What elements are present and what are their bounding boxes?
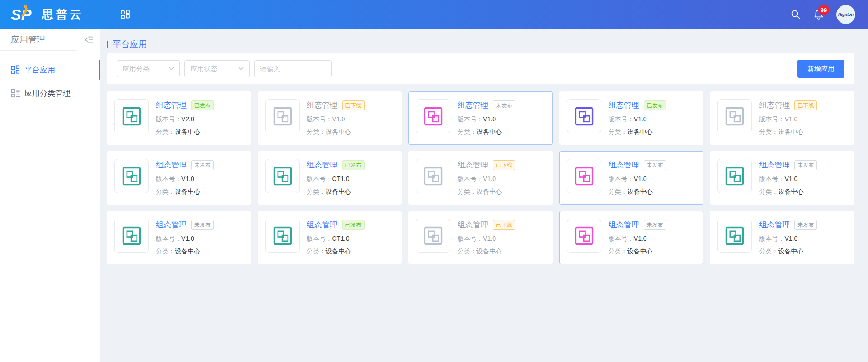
sp-logo-icon: SP <box>11 5 36 24</box>
version-value: V1.0 <box>784 175 797 182</box>
app-card[interactable]: 组态管理 未发布 版本号：V1.0 分类：设备中心 <box>559 211 704 264</box>
app-card-title-link[interactable]: 组态管理 <box>156 219 187 230</box>
app-card[interactable]: 组态管理 已发布 版本号：CT1.0 分类：设备中心 <box>258 211 402 264</box>
version-label: 版本号： <box>307 235 332 242</box>
app-icon-box <box>717 219 752 253</box>
overlapping-squares-icon <box>722 104 747 129</box>
app-card-grid: 组态管理 已发布 版本号：V2.0 分类：设备中心 组态管理 已下线 <box>107 91 854 264</box>
version-label: 版本号： <box>759 175 784 182</box>
sidebar-item-app-category-management[interactable]: 应用分类管理 <box>0 81 100 105</box>
app-card[interactable]: 组态管理 未发布 版本号：V1.0 分类：设备中心 <box>107 211 251 264</box>
app-card[interactable]: 组态管理 已发布 版本号：CT1.0 分类：设备中心 <box>258 151 402 205</box>
version-label: 版本号： <box>458 175 483 182</box>
app-card-title-link[interactable]: 组态管理 <box>759 100 790 110</box>
app-card-title-link[interactable]: 组态管理 <box>759 219 790 230</box>
version-label: 版本号： <box>307 175 332 182</box>
version-value: V1.0 <box>634 115 647 123</box>
app-icon-box <box>265 99 300 133</box>
sidebar-item-platform-apps[interactable]: 平台应用 <box>0 58 100 81</box>
category-label: 分类： <box>458 248 476 255</box>
version-label: 版本号： <box>458 115 483 123</box>
category-value: 设备中心 <box>175 248 200 255</box>
app-icon-box <box>114 99 149 133</box>
avatar-text: Hignton <box>838 12 854 17</box>
overlapping-squares-icon <box>270 224 295 248</box>
category-label: 分类： <box>609 128 627 135</box>
brand-logo: SP 思普云 <box>11 5 101 24</box>
grid-icon <box>11 65 20 74</box>
apps-grid-icon[interactable] <box>120 10 130 19</box>
app-card[interactable]: 组态管理 已发布 版本号：V1.0 分类：设备中心 <box>559 91 704 145</box>
category-value: 设备中心 <box>326 188 351 195</box>
search-input[interactable] <box>254 60 332 77</box>
app-card[interactable]: 组态管理 未发布 版本号：V1.0 分类：设备中心 <box>710 151 854 205</box>
category-line: 分类：设备中心 <box>307 188 365 196</box>
version-value: V1.0 <box>634 175 647 182</box>
search-icon[interactable] <box>790 9 801 20</box>
version-line: 版本号：V1.0 <box>307 115 365 124</box>
app-card-title-link[interactable]: 组态管理 <box>609 219 639 230</box>
version-line: 版本号：V1.0 <box>458 175 515 183</box>
app-card-title-link[interactable]: 组态管理 <box>458 100 488 110</box>
overlapping-squares-icon <box>421 224 445 248</box>
category-value: 设备中心 <box>175 128 200 135</box>
app-card[interactable]: 组态管理 已发布 版本号：V2.0 分类：设备中心 <box>107 91 251 145</box>
app-card[interactable]: 组态管理 未发布 版本号：V1.0 分类：设备中心 <box>107 151 251 205</box>
version-value: V1.0 <box>181 175 194 182</box>
notification-bell-icon[interactable]: 99 <box>813 9 825 20</box>
app-card[interactable]: 组态管理 未发布 版本号：V1.0 分类：设备中心 <box>710 211 854 264</box>
status-badge: 未发布 <box>794 220 817 230</box>
version-label: 版本号： <box>759 235 784 242</box>
category-label: 分类： <box>307 128 326 135</box>
version-line: 版本号：V1.0 <box>759 115 817 124</box>
version-line: 版本号：V1.0 <box>609 115 666 124</box>
title-accent-bar <box>107 41 108 48</box>
app-status-select[interactable]: 应用状态 <box>184 60 250 77</box>
category-label: 分类： <box>759 128 778 135</box>
app-category-select[interactable]: 应用分类 <box>117 60 180 77</box>
collapse-sidebar-icon <box>84 35 94 45</box>
app-card-title-link[interactable]: 组态管理 <box>458 160 488 170</box>
status-badge: 未发布 <box>191 160 214 170</box>
app-card-title-link[interactable]: 组态管理 <box>156 100 187 110</box>
app-card-title-link[interactable]: 组态管理 <box>609 160 639 170</box>
app-card[interactable]: 组态管理 已下线 版本号：V1.0 分类：设备中心 <box>408 151 553 205</box>
app-card-title-link[interactable]: 组态管理 <box>156 160 187 170</box>
category-line: 分类：设备中心 <box>759 188 817 196</box>
app-card-title-link[interactable]: 组态管理 <box>759 160 790 170</box>
collapse-sidebar-button[interactable] <box>77 29 100 51</box>
app-card-title-link[interactable]: 组态管理 <box>307 100 338 110</box>
user-avatar[interactable]: Hignton <box>836 5 855 24</box>
page-title: 平台应用 <box>107 35 854 53</box>
category-label: 分类： <box>307 248 326 255</box>
app-card-title-link[interactable]: 组态管理 <box>458 219 488 230</box>
version-label: 版本号： <box>609 175 634 182</box>
app-card-title-link[interactable]: 组态管理 <box>307 160 338 170</box>
version-value: V1.0 <box>332 115 345 123</box>
app-icon-box <box>265 159 300 193</box>
app-card[interactable]: 组态管理 未发布 版本号：V1.0 分类：设备中心 <box>408 91 553 145</box>
app-card[interactable]: 组态管理 已下线 版本号：V1.0 分类：设备中心 <box>710 91 854 145</box>
version-label: 版本号： <box>156 115 181 123</box>
version-value: V1.0 <box>483 115 496 123</box>
overlapping-squares-icon <box>572 224 596 248</box>
category-value: 设备中心 <box>175 188 200 195</box>
status-badge: 已下线 <box>342 100 365 110</box>
sidebar-title: 应用管理 <box>0 29 77 51</box>
category-list-icon <box>11 89 20 98</box>
app-card[interactable]: 组态管理 未发布 版本号：V1.0 分类：设备中心 <box>559 151 704 205</box>
app-card-title-link[interactable]: 组态管理 <box>609 100 639 110</box>
app-icon-box <box>416 159 450 193</box>
app-card[interactable]: 组态管理 已下线 版本号：V1.0 分类：设备中心 <box>258 91 402 145</box>
category-line: 分类：设备中心 <box>307 128 365 136</box>
category-line: 分类：设备中心 <box>458 248 515 256</box>
app-card[interactable]: 组态管理 已下线 版本号：V1.0 分类：设备中心 <box>408 211 553 264</box>
brand-name: 思普云 <box>42 7 84 23</box>
version-line: 版本号：V1.0 <box>156 235 214 243</box>
category-value: 设备中心 <box>778 248 803 255</box>
version-label: 版本号： <box>156 175 181 182</box>
app-icon-box <box>717 99 752 133</box>
status-badge: 未发布 <box>644 220 666 230</box>
add-application-button[interactable]: 新增应用 <box>797 60 844 78</box>
app-card-title-link[interactable]: 组态管理 <box>307 219 338 230</box>
